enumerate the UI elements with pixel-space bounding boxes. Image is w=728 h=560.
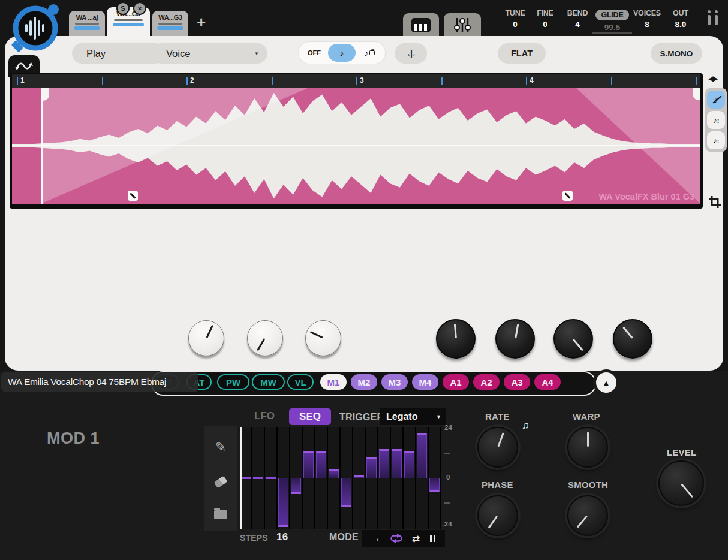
res-knob[interactable] [247,320,283,356]
mod-tab-a2[interactable]: A2 [473,374,500,390]
sync-off-button[interactable]: OFF [300,44,328,62]
pencil-tool-button[interactable]: ✎ [204,434,237,460]
mod-tab-m4[interactable]: M4 [412,374,438,390]
seq-step[interactable] [404,427,416,529]
mod-tab-pw[interactable]: PW [217,374,249,390]
snap-off-button[interactable]: ♪ [707,91,725,109]
seq-step[interactable] [391,427,404,529]
seq-step-bar[interactable] [392,449,402,478]
param-value[interactable]: 0 [532,20,558,29]
seq-step[interactable] [416,427,429,529]
mod-tab-a4[interactable]: A4 [534,374,561,390]
collapse-panel-button[interactable]: ▲ [596,372,616,393]
seq-step[interactable] [328,427,341,529]
voice-mode-dropdown[interactable]: Voice ▼ [152,43,267,64]
trigger-dropdown[interactable]: Legato ▼ [380,408,446,425]
seq-step-bar[interactable] [278,478,288,527]
rate-knob[interactable] [477,427,518,468]
decay-knob[interactable] [495,319,535,359]
sync-note-icon[interactable]: ♫ [522,420,530,432]
seq-step[interactable] [290,427,303,529]
seq-step-bar[interactable] [341,478,351,507]
crop-button[interactable] [708,195,721,211]
sustain-knob[interactable] [553,319,593,359]
param-value[interactable]: 4 [564,20,591,29]
seq-step[interactable] [341,427,353,529]
fade-in-handle[interactable] [128,191,138,201]
seq-step-bar[interactable] [429,478,440,492]
seq-step[interactable] [315,427,328,529]
add-tab-button[interactable]: + [197,13,206,32]
solo-badge[interactable]: S [116,2,130,15]
seq-step-bar[interactable] [417,433,427,478]
start-marker[interactable] [41,88,43,204]
seq-step-bar[interactable] [240,477,251,479]
close-badge[interactable]: × [133,2,146,15]
mod-tab-m1[interactable]: M1 [320,374,347,390]
smooth-knob[interactable] [567,495,608,536]
seq-step-bar[interactable] [303,451,314,478]
phase-knob[interactable] [477,495,518,536]
pause-icon[interactable] [708,10,718,25]
mod-tab-vl[interactable]: VL [287,374,314,390]
seq-step-bar[interactable] [316,451,326,478]
flat-button[interactable]: FLAT [498,43,546,64]
cutoff-knob[interactable] [188,320,224,356]
eraser-tool-button[interactable] [204,469,237,495]
keyboard-view-tab[interactable] [403,13,439,37]
attack-knob[interactable] [436,319,476,359]
seq-step[interactable] [303,427,315,529]
seq-step[interactable] [278,427,290,529]
mod-tab-a3[interactable]: A3 [504,374,530,390]
warp-knob[interactable] [567,427,608,468]
mod-tab-m2[interactable]: M2 [351,374,377,390]
seq-step[interactable] [378,427,391,529]
step-sequencer[interactable] [240,427,441,529]
mode-hold-button[interactable] [429,535,436,542]
snap-note-button[interactable]: ♪ [707,111,725,129]
drive-knob[interactable] [305,320,341,356]
snap-triplet-button[interactable]: ♪ [707,131,725,149]
level-knob[interactable] [658,460,704,506]
preset-folder-button[interactable] [204,501,237,528]
sync-note-button[interactable]: ♪ [328,44,356,62]
sync-note-lock-button[interactable]: ♪ [356,44,383,62]
seq-step[interactable] [252,427,265,529]
seq-step[interactable] [265,427,278,529]
release-knob[interactable] [613,319,652,359]
seq-step-bar[interactable] [404,451,414,478]
seq-step-bar[interactable] [354,475,364,478]
seq-step[interactable] [366,427,378,529]
tab-seq[interactable]: SEQ [289,408,331,425]
tab-lfo[interactable]: LFO [254,410,275,422]
timeline-ruler[interactable]: 1234 [12,74,700,88]
mod-tab-mw[interactable]: MW [252,374,285,390]
stereo-mono-button[interactable]: S.MONO [651,43,702,64]
seq-step[interactable] [240,427,252,529]
param-value[interactable]: 99.5 [592,23,632,34]
end-marker-flag[interactable] [693,88,700,100]
seq-step-bar[interactable] [266,477,276,479]
play-mode-dropdown[interactable]: Play ▼ [72,43,165,64]
param-value[interactable]: 8.0 [667,20,694,29]
seq-step-bar[interactable] [379,449,389,478]
seq-step[interactable] [353,427,366,529]
mode-forward-button[interactable]: → [371,533,381,544]
param-value[interactable]: 0 [501,20,529,29]
seq-step-bar[interactable] [253,477,263,479]
seq-step-bar[interactable] [291,478,301,494]
fade-out-handle[interactable] [562,191,573,201]
expand-arrows-icon[interactable]: ◀▶ [708,74,717,83]
mode-pingpong-button[interactable]: ⇄ [412,533,420,544]
seq-step-bar[interactable] [329,469,339,478]
seq-step[interactable] [429,427,441,529]
param-value[interactable]: 8 [630,20,664,29]
mode-loop-button[interactable] [390,534,403,543]
waveform-display[interactable]: 1234 WA VocalFX Blur 01 G3 [10,73,703,209]
mod-tab-a1[interactable]: A1 [443,374,469,390]
snap-to-zero-button[interactable]: →|← [395,43,427,64]
waveform-area[interactable]: WA VocalFX Blur 01 G3 [12,88,700,204]
seq-step-bar[interactable] [366,457,377,478]
mod-tab-m3[interactable]: M3 [381,374,408,390]
steps-value[interactable]: 16 [276,531,288,543]
